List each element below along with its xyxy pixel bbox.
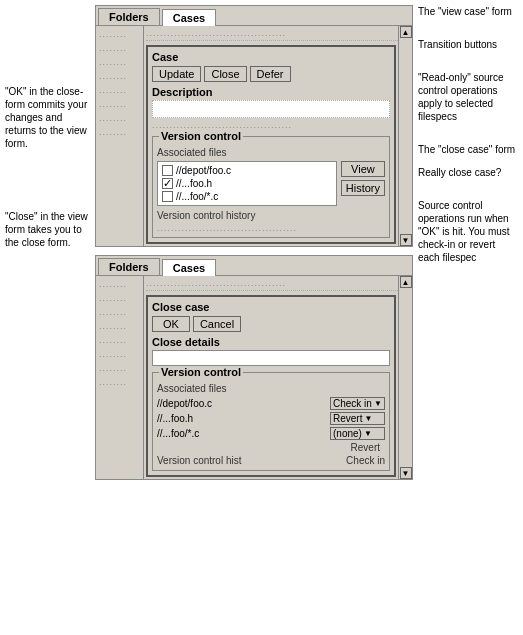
scroll-up-arrow[interactable]: ▲ <box>400 26 412 38</box>
transition-buttons-annotation: Transition buttons <box>418 38 518 51</box>
folders-tab[interactable]: Folders <box>98 8 160 25</box>
vc-dots-bottom: ........................................ <box>157 223 385 233</box>
close-case-form: Close case OK Cancel <box>146 295 396 477</box>
close-button[interactable]: Close <box>204 66 246 82</box>
folders-tab-2[interactable]: Folders <box>98 258 160 275</box>
close-case-panel: Folders Cases ........ ........ ........… <box>95 255 413 480</box>
ok-button[interactable]: OK <box>152 316 190 332</box>
folder-dots-8: ........ <box>99 127 140 137</box>
description-dots: ........................................ <box>152 120 390 130</box>
folder-dots-4: ........ <box>99 71 140 81</box>
close-details-field[interactable] <box>152 350 390 366</box>
cases-dotted-row-2: ........................................ <box>146 278 410 291</box>
folder-dots-b7: ........ <box>99 363 140 373</box>
dropdown-arrow-1: ▼ <box>374 399 382 408</box>
defer-button[interactable]: Defer <box>250 66 291 82</box>
folder-dots-b4: ........ <box>99 321 140 331</box>
version-control-legend-2: Version control <box>159 366 243 378</box>
folder-dots-7: ........ <box>99 113 140 123</box>
folder-dots-b8: ........ <box>99 377 140 387</box>
file-item-3[interactable]: //...foo/*.c <box>162 191 332 202</box>
filename-1: //depot/foo.c <box>176 165 231 176</box>
associated-files-label-2: Associated files <box>157 383 385 394</box>
ok-annotation: "OK" in the close-form commits your chan… <box>5 85 90 150</box>
history-button[interactable]: History <box>341 180 385 196</box>
cancel-button[interactable]: Cancel <box>193 316 241 332</box>
cases-tab[interactable]: Cases <box>162 9 216 26</box>
cases-tab-2[interactable]: Cases <box>162 259 216 276</box>
update-button[interactable]: Update <box>152 66 201 82</box>
folder-dots-b3: ........ <box>99 307 140 317</box>
vc-revert-text: Revert <box>157 442 385 453</box>
folder-dots-1: ........ <box>99 29 140 39</box>
checkbox-2[interactable]: ✓ <box>162 178 173 189</box>
close-details-label: Close details <box>152 336 390 348</box>
vc-filename-1: //depot/foo.c <box>157 398 212 409</box>
scrollbar-bottom[interactable]: ▲ ▼ <box>398 276 412 479</box>
version-control-legend: Version control <box>159 130 243 142</box>
scrollbar-top[interactable]: ▲ ▼ <box>398 26 412 246</box>
file-list-2: //depot/foo.c Check in ▼ //...foo.h <box>157 397 385 453</box>
really-close-annotation: Really close case? <box>418 166 518 179</box>
vc-checkin-text: Check in <box>346 455 385 466</box>
folder-dots-5: ........ <box>99 85 140 95</box>
folders-column-2: ........ ........ ........ ........ ....… <box>96 276 144 479</box>
vc-file-item-2: //...foo.h Revert ▼ <box>157 412 385 425</box>
close-form-annotation: The "close case" form <box>418 143 518 156</box>
folder-dots-6: ........ <box>99 99 140 109</box>
vc-filename-3: //...foo/*.c <box>157 428 199 439</box>
file-list: //depot/foo.c ✓ //...foo.h <box>157 161 337 206</box>
view-button[interactable]: View <box>341 161 385 177</box>
source-control-annotation: Source control operations run when "OK" … <box>418 199 518 264</box>
vc-file-item-3: //...foo/*.c (none) ▼ <box>157 427 385 440</box>
checkbox-1[interactable] <box>162 165 173 176</box>
folder-dots-b1: ........ <box>99 279 140 289</box>
file-item-1[interactable]: //depot/foo.c <box>162 165 332 176</box>
vc-dropdown-1[interactable]: Check in ▼ <box>330 397 385 410</box>
filename-2: //...foo.h <box>176 178 212 189</box>
close-annotation: "Close" in the view form takes you to th… <box>5 210 90 249</box>
description-field[interactable] <box>152 100 390 118</box>
vc-dropdown-3[interactable]: (none) ▼ <box>330 427 385 440</box>
view-case-panel: Folders Cases ........ ........ ........… <box>95 5 413 247</box>
filename-3: //...foo/*.c <box>176 191 218 202</box>
version-control-section-2: Version control Associated files //depot… <box>152 372 390 471</box>
folder-dots-b5: ........ <box>99 335 140 345</box>
associated-files-label: Associated files <box>157 147 385 158</box>
scroll-down-arrow[interactable]: ▼ <box>400 234 412 246</box>
vc-history-text: Version control history <box>157 210 385 221</box>
folder-dots-b6: ........ <box>99 349 140 359</box>
file-item-2[interactable]: ✓ //...foo.h <box>162 178 332 189</box>
dropdown-arrow-2: ▼ <box>364 414 372 423</box>
vc-dropdown-2[interactable]: Revert ▼ <box>330 412 385 425</box>
dropdown-arrow-3: ▼ <box>364 429 372 438</box>
folder-dots-3: ........ <box>99 57 140 67</box>
view-form-annotation: The "view case" form <box>418 5 518 18</box>
vc-file-item-1: //depot/foo.c Check in ▼ <box>157 397 385 410</box>
folders-column: ........ ........ ........ ........ ....… <box>96 26 144 246</box>
vc-filename-2: //...foo.h <box>157 413 193 424</box>
close-case-label: Close case <box>152 301 390 313</box>
folder-dots-b2: ........ <box>99 293 140 303</box>
readonly-annotation: "Read-only" source control operations ap… <box>418 71 518 123</box>
close-case-section: Close case OK Cancel <box>152 301 390 332</box>
version-control-section: Version control Associated files <box>152 136 390 238</box>
cases-dotted-row: ........................................ <box>146 28 410 41</box>
scroll-down-arrow-2[interactable]: ▼ <box>400 467 412 479</box>
description-label: Description <box>152 86 390 98</box>
vc-history-text-2: Version control hist <box>157 455 242 466</box>
view-case-form: Case Update Close Defer Description <box>146 45 396 244</box>
folder-dots-2: ........ <box>99 43 140 53</box>
close-details-section: Close details <box>152 336 390 366</box>
checkbox-3[interactable] <box>162 191 173 202</box>
case-section: Case Update Close Defer <box>152 51 390 82</box>
description-section: Description ............................… <box>152 86 390 130</box>
scroll-up-arrow-2[interactable]: ▲ <box>400 276 412 288</box>
case-label: Case <box>152 51 390 63</box>
